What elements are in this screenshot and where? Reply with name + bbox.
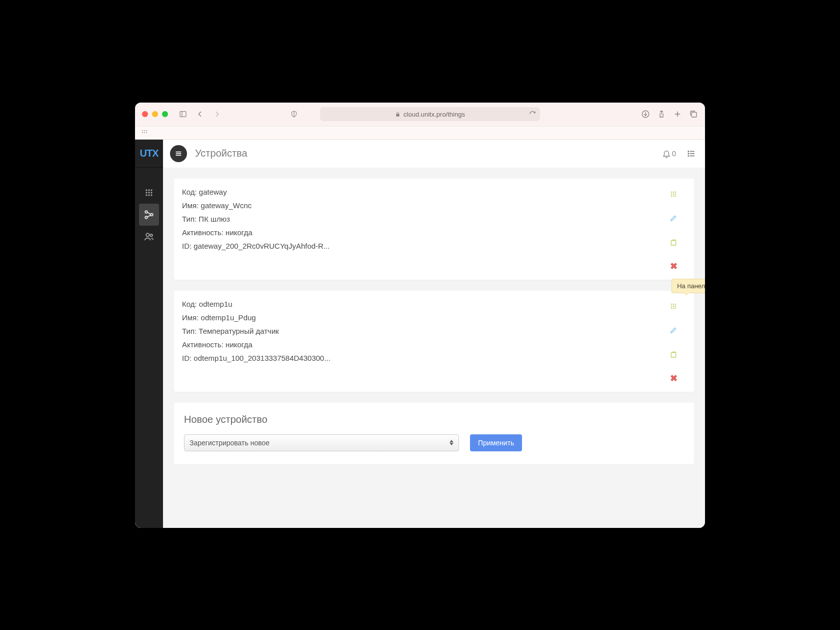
device-name: Имя: gateway_Wcnc — [182, 201, 661, 210]
svg-point-11 — [142, 132, 143, 133]
svg-point-52 — [671, 305, 672, 307]
select-caret-icon — [450, 440, 454, 445]
apps-grid-icon[interactable] — [141, 129, 148, 136]
sidebar-item-users[interactable] — [139, 226, 159, 248]
svg-point-39 — [671, 191, 672, 193]
select-label: Зарегистрировать новое — [190, 439, 270, 447]
device-activity: Активность: никогда — [182, 228, 661, 237]
logo: UTX — [135, 140, 163, 168]
copy-button[interactable] — [669, 238, 678, 247]
svg-point-22 — [150, 194, 152, 196]
svg-point-12 — [144, 132, 145, 133]
sidebar-toggle-button[interactable] — [177, 108, 189, 120]
delete-button[interactable]: ✖ — [669, 374, 678, 383]
share-button[interactable] — [657, 110, 666, 119]
address-bar[interactable]: cloud.unitx.pro/things — [320, 107, 540, 121]
device-id: ID: odtemp1u_100_20313337584D430300... — [182, 354, 661, 362]
svg-point-21 — [148, 194, 150, 196]
svg-point-18 — [148, 192, 150, 193]
to-panel-button[interactable] — [669, 302, 678, 311]
device-id: ID: gateway_200_2Rc0vRUCYqJyAhfod-R... — [182, 242, 661, 250]
main: Устройства 0 Код: gateway Имя: — [163, 140, 705, 528]
tabs-button[interactable] — [689, 110, 698, 119]
app: UTX Устройства — [135, 140, 705, 528]
svg-rect-7 — [692, 112, 696, 117]
menu-toggle-button[interactable] — [170, 145, 187, 162]
lock-icon — [395, 112, 400, 117]
device-activity: Активность: никогда — [182, 340, 661, 349]
svg-marker-59 — [450, 440, 454, 442]
device-code: Код: odtemp1u — [182, 300, 661, 308]
svg-point-24 — [150, 213, 153, 216]
device-name: Имя: odtemp1u_Pdug — [182, 313, 661, 322]
forward-button[interactable] — [211, 108, 223, 120]
content: Код: gateway Имя: gateway_Wcnc Тип: ПК ш… — [163, 168, 705, 475]
svg-point-40 — [673, 191, 674, 193]
svg-point-49 — [671, 303, 672, 305]
topbar: Устройства 0 — [163, 140, 705, 168]
svg-line-27 — [148, 215, 151, 217]
device-code: Код: gateway — [182, 188, 661, 196]
list-view-button[interactable] — [687, 149, 696, 158]
new-device-card: Новое устройство Зарегистрировать новое … — [174, 403, 694, 464]
svg-rect-0 — [180, 112, 186, 117]
maximize-window-button[interactable] — [162, 111, 168, 117]
svg-point-54 — [675, 305, 676, 307]
page-title: Устройства — [195, 148, 248, 159]
sidebar-item-dashboard[interactable] — [139, 182, 159, 204]
svg-point-15 — [148, 189, 150, 191]
new-device-title: Новое устройство — [184, 414, 684, 425]
tab-strip — [135, 127, 705, 140]
device-type: Тип: Температурный датчик — [182, 327, 661, 335]
edit-button[interactable] — [669, 326, 678, 335]
svg-point-17 — [146, 192, 147, 193]
svg-point-8 — [142, 130, 143, 131]
svg-point-46 — [673, 195, 674, 197]
url-text: cloud.unitx.pro/things — [404, 111, 465, 118]
svg-point-38 — [688, 155, 689, 156]
svg-point-41 — [675, 191, 676, 193]
sidebar: UTX — [135, 140, 163, 528]
notification-count: 0 — [672, 149, 676, 158]
svg-point-55 — [671, 307, 672, 309]
delete-button[interactable]: ✖ — [669, 262, 678, 271]
svg-point-13 — [146, 132, 147, 133]
close-window-button[interactable] — [142, 111, 148, 117]
reload-button[interactable] — [529, 111, 536, 118]
edit-button[interactable] — [669, 214, 678, 223]
svg-point-23 — [145, 211, 148, 213]
svg-point-25 — [145, 216, 148, 219]
device-card: Код: gateway Имя: gateway_Wcnc Тип: ПК ш… — [174, 179, 694, 280]
notifications-button[interactable]: 0 — [662, 149, 676, 158]
svg-point-50 — [673, 303, 674, 305]
back-button[interactable] — [194, 108, 206, 120]
device-type: Тип: ПК шлюз — [182, 215, 661, 223]
svg-point-36 — [688, 151, 689, 152]
to-panel-button[interactable] — [669, 190, 678, 199]
browser-window: cloud.unitx.pro/things — [135, 103, 705, 528]
downloads-button[interactable] — [641, 110, 650, 119]
register-select[interactable]: Зарегистрировать новое — [184, 434, 459, 451]
new-tab-button[interactable] — [673, 110, 682, 119]
svg-point-16 — [150, 189, 152, 191]
svg-point-44 — [675, 193, 676, 195]
apply-button[interactable]: Применить — [470, 434, 522, 451]
svg-point-42 — [671, 193, 672, 195]
minimize-window-button[interactable] — [152, 111, 158, 117]
svg-point-47 — [675, 195, 676, 197]
tooltip: На панель — [672, 279, 705, 293]
sidebar-item-devices[interactable] — [139, 204, 159, 226]
shield-icon[interactable] — [288, 108, 300, 120]
svg-point-19 — [150, 192, 152, 193]
svg-point-45 — [671, 195, 672, 197]
browser-chrome: cloud.unitx.pro/things — [135, 103, 705, 127]
svg-rect-48 — [671, 240, 676, 245]
svg-point-9 — [144, 130, 145, 131]
svg-point-57 — [675, 307, 676, 309]
svg-line-26 — [148, 212, 151, 214]
copy-button[interactable] — [669, 350, 678, 359]
svg-point-53 — [673, 305, 674, 307]
svg-point-56 — [673, 307, 674, 309]
svg-point-10 — [146, 130, 147, 131]
svg-point-28 — [146, 233, 149, 236]
